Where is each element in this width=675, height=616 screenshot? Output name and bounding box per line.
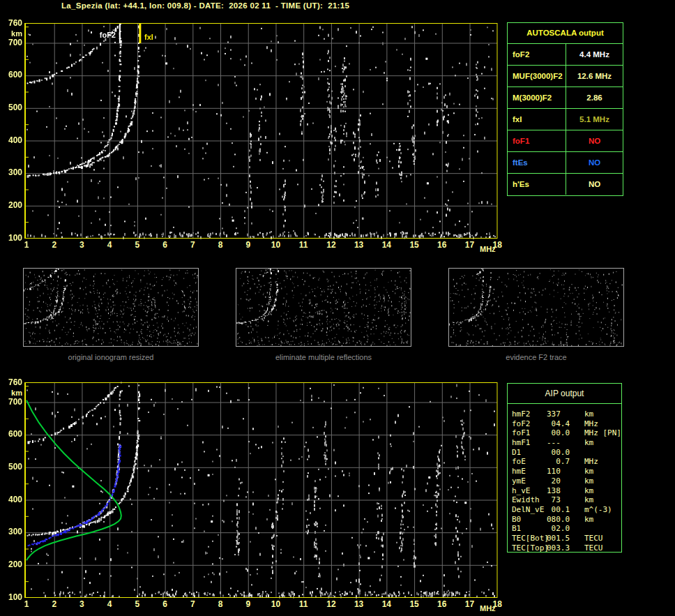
- x-tick-label: 3: [74, 599, 89, 609]
- x-tick-label: 6: [158, 240, 173, 250]
- aip-row-unit: TECU: [584, 543, 603, 553]
- x-tick-label: 10: [268, 599, 283, 609]
- autoscala-row-label: fxI: [508, 109, 566, 130]
- aip-row-value: 337: [547, 410, 561, 419]
- aip-row-label: DelN_vE: [512, 505, 544, 515]
- ionogram-main-plot: [24, 22, 498, 239]
- aip-row-value: 00.0: [547, 428, 570, 438]
- y-axis-unit-bottom: km: [4, 389, 22, 397]
- x-tick-label: 5: [130, 599, 145, 609]
- x-tick-label: 12: [324, 599, 339, 609]
- autoscala-row-label: MUF(3000)F2: [508, 66, 566, 87]
- aip-row-unit: km: [584, 410, 593, 419]
- autoscala-row-M(3000)F2: M(3000)F22.86: [508, 87, 623, 109]
- autoscala-row-fxI: fxI5.1 MHz: [508, 109, 623, 130]
- aip-row-value: 02.0: [547, 524, 570, 534]
- aip-row-value: ---: [547, 438, 561, 448]
- x-tick-label: 4: [102, 240, 117, 250]
- thumbnail-eliminate-reflections: [236, 268, 411, 347]
- x-tick-label: 10: [268, 240, 283, 250]
- x-tick-label: 9: [241, 599, 256, 609]
- autoscala-table-header: AUTOSCALA output: [508, 23, 623, 44]
- autoscala-row-ftEs: ftEsNO: [508, 152, 623, 174]
- thumbnail-caption: original ionogram resized: [23, 353, 199, 361]
- y-axis-unit-top: km: [4, 29, 22, 38]
- aip-row-unit: km: [584, 495, 593, 505]
- y-tick-label: 500: [1, 103, 22, 112]
- aip-row-hmF1: hmF1---km: [508, 438, 621, 448]
- x-tick-label: 2: [47, 599, 62, 609]
- y-tick-label: 400: [1, 495, 22, 504]
- x-tick-label: 13: [351, 240, 367, 250]
- fof2-marker-label: foF2: [92, 31, 116, 39]
- aip-row-unit: MHz [PN]: [584, 428, 621, 438]
- x-tick-label: 7: [185, 599, 200, 609]
- aip-row-label: Ewidth: [512, 495, 540, 505]
- x-tick-label: 8: [213, 240, 228, 250]
- aip-row-value: 0.7: [547, 457, 570, 467]
- autoscala-row-foF1: foF1NO: [508, 130, 623, 152]
- aip-row-unit: km: [584, 515, 593, 525]
- thumbnail-caption: evidence F2 trace: [448, 353, 624, 361]
- x-tick-label: 15: [407, 599, 422, 609]
- x-tick-label: 17: [462, 599, 478, 609]
- aip-row-value: 001.5: [547, 534, 570, 543]
- aip-row-value: 00.0: [547, 448, 570, 458]
- autoscala-row-label: foF2: [508, 44, 566, 65]
- y-tick-label: 600: [1, 70, 22, 80]
- aip-row-unit: km: [584, 438, 593, 448]
- y-tick-label: 760: [1, 18, 22, 28]
- aip-row-value: 138: [547, 486, 561, 496]
- x-tick-label: 12: [324, 240, 339, 250]
- aip-row-label: hmF2: [512, 410, 531, 419]
- autoscala-row-MUF(3000)F2: MUF(3000)F212.6 MHz: [508, 66, 623, 87]
- x-tick-label: 16: [434, 599, 450, 609]
- x-tick-label: 2: [47, 240, 62, 250]
- x-tick-label: 1: [19, 240, 34, 250]
- thumbnail-caption: eliminate multiple reflections: [236, 353, 411, 361]
- autoscala-row-value: 2.86: [566, 87, 623, 108]
- aip-row-B0: B0080.0km: [508, 515, 621, 525]
- aip-row-value: 04.4: [547, 419, 570, 429]
- autoscala-window: La_Spezia (lat: +44.1, lon: 009.8) - DAT…: [0, 0, 675, 616]
- fxi-marker-label: fxI: [144, 33, 153, 41]
- aip-output-table: AIP output hmF2337kmfoF2 04.4MHzfoF1 00.…: [507, 383, 622, 553]
- y-tick-label: 200: [1, 200, 22, 210]
- y-tick-label: 500: [1, 462, 22, 472]
- x-tick-label: 13: [351, 599, 367, 609]
- x-tick-label: 15: [407, 240, 422, 250]
- aip-row-value: 00.1: [547, 505, 570, 515]
- aip-row-DelN_vE: DelN_vE 00.1m^(-3): [508, 505, 621, 515]
- x-tick-label: 16: [434, 240, 450, 250]
- x-tick-label: 9: [241, 240, 256, 250]
- aip-row-TEC[Bot]: TEC[Bot]001.5TECU: [508, 534, 621, 543]
- y-tick-label: 300: [1, 167, 22, 177]
- autoscala-row-value: NO: [566, 152, 623, 173]
- aip-row-foE: foE 0.7MHz: [508, 457, 621, 467]
- aip-row-label: B1: [512, 524, 521, 534]
- aip-row-unit: m^(-3): [584, 505, 612, 515]
- autoscala-row-value: 5.1 MHz: [566, 109, 623, 130]
- aip-row-label: TEC[Top]: [512, 543, 549, 553]
- aip-row-unit: km: [584, 486, 593, 496]
- y-tick-label: 400: [1, 135, 22, 145]
- thumbnail-original-ionogram: [23, 268, 199, 347]
- aip-row-TEC[Top]: TEC[Top]003.3TECU: [508, 543, 621, 553]
- autoscala-row-value: NO: [566, 174, 623, 195]
- autoscala-row-label: foF1: [508, 130, 566, 151]
- x-tick-label: 14: [379, 240, 394, 250]
- aip-row-unit: km: [584, 467, 593, 476]
- y-tick-label: 300: [1, 527, 22, 536]
- aip-row-hmF2: hmF2337km: [508, 410, 621, 419]
- x-tick-label: 14: [379, 599, 394, 609]
- x-tick-label: 8: [213, 599, 228, 609]
- aip-row-label: hmF1: [512, 438, 531, 448]
- aip-row-label: hmE: [512, 467, 526, 476]
- aip-row-label: B0: [512, 515, 521, 525]
- x-tick-label: 18: [490, 240, 505, 250]
- aip-row-foF2: foF2 04.4MHz: [508, 419, 621, 429]
- x-tick-label: 6: [158, 599, 173, 609]
- aip-row-foF1: foF1 00.0MHz [PN]: [508, 428, 621, 438]
- autoscala-row-h'Es: h'EsNO: [508, 174, 623, 195]
- window-title: La_Spezia (lat: +44.1, lon: 009.8) - DAT…: [61, 1, 349, 10]
